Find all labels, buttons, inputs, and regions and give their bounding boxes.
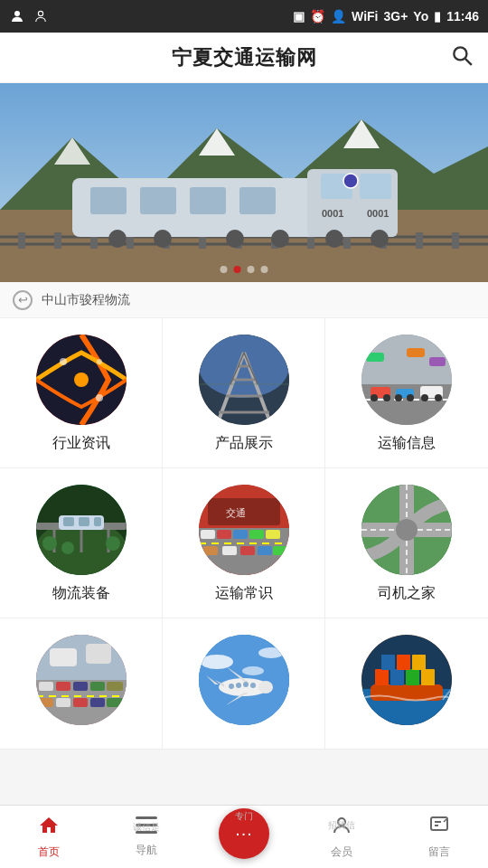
svg-rect-81	[79, 517, 89, 526]
dot-2[interactable]	[234, 266, 241, 273]
svg-rect-29	[190, 187, 226, 214]
header: 宁夏交通运输网	[0, 33, 488, 83]
search-button[interactable]	[450, 43, 474, 72]
svg-rect-155	[431, 817, 447, 830]
battery-icon: ▮	[434, 9, 441, 24]
grid-item-driver[interactable]: 司机之家	[325, 468, 488, 618]
nav-member[interactable]: 招聘信 会员	[293, 815, 390, 860]
svg-point-137	[250, 683, 256, 688]
banner[interactable]: 0001 0001	[0, 83, 488, 282]
svg-rect-32	[360, 174, 391, 199]
svg-rect-113	[39, 682, 53, 691]
home-label: 首页	[38, 844, 60, 860]
svg-rect-23	[416, 232, 423, 249]
svg-point-129	[258, 647, 284, 658]
dot-3[interactable]	[248, 266, 255, 273]
grid-item-industry[interactable]: 行业资讯	[0, 318, 163, 468]
time: 11:46	[446, 9, 479, 24]
wifi-icon: WiFi	[352, 9, 378, 24]
svg-line-3	[465, 58, 472, 64]
status-icon-person	[9, 8, 25, 24]
svg-point-139	[236, 683, 241, 688]
svg-text:0001: 0001	[367, 208, 389, 219]
status-icon-user	[33, 8, 49, 24]
message-icon	[428, 815, 450, 842]
nav-home[interactable]: 首页	[0, 815, 98, 860]
svg-point-128	[201, 655, 233, 669]
svg-rect-148	[381, 655, 395, 670]
svg-rect-98	[273, 546, 287, 555]
grid-item-logistics[interactable]: 物流装备	[0, 468, 163, 618]
message-svg	[428, 815, 450, 836]
svg-point-68	[421, 394, 428, 401]
svg-rect-94	[203, 546, 218, 555]
svg-point-140	[229, 684, 234, 689]
home-icon	[38, 815, 60, 842]
svg-rect-149	[397, 655, 410, 670]
status-right: ▣ ⏰ 👤 WiFi 3G+ Yo ▮ 11:46	[293, 9, 479, 24]
svg-rect-150	[412, 655, 426, 670]
svg-rect-12	[18, 232, 25, 249]
svg-point-44	[60, 358, 67, 365]
clock-icon: ⏰	[310, 9, 325, 24]
grid-item-7[interactable]	[0, 618, 163, 750]
svg-point-63	[383, 394, 390, 401]
svg-point-41	[343, 174, 358, 188]
message-label: 留言	[428, 844, 450, 860]
label-transport: 运输信息	[378, 434, 436, 453]
svg-point-43	[74, 373, 89, 387]
nav-navigation[interactable]: 诚信是 导航	[98, 816, 195, 858]
svg-rect-122	[107, 698, 123, 707]
svg-point-40	[371, 230, 389, 248]
svg-rect-124	[50, 648, 77, 666]
grid-item-8[interactable]	[163, 618, 325, 750]
carrier-icon: Yo	[413, 9, 428, 24]
circle-8	[199, 635, 289, 725]
svg-text:0001: 0001	[322, 208, 343, 219]
center-action-button[interactable]: ···	[219, 808, 269, 859]
svg-rect-24	[452, 232, 459, 249]
circle-knowledge: 交通	[199, 485, 289, 575]
svg-point-69	[435, 394, 442, 401]
svg-point-2	[454, 47, 466, 60]
grid-item-knowledge[interactable]: 交通 运输常识	[163, 468, 325, 618]
svg-rect-96	[240, 546, 255, 555]
driver-image	[361, 485, 452, 575]
dot-1[interactable]	[221, 266, 228, 273]
svg-rect-93	[266, 530, 280, 539]
svg-rect-144	[375, 669, 389, 685]
circle-industry	[36, 335, 127, 425]
nav-center[interactable]: 专门 ···	[195, 808, 293, 866]
svg-rect-116	[90, 682, 105, 691]
svg-point-0	[14, 11, 20, 16]
grid-item-transport[interactable]: 运输信息	[325, 318, 488, 468]
svg-point-85	[106, 536, 120, 551]
svg-rect-115	[73, 682, 88, 691]
svg-rect-146	[406, 669, 419, 685]
svg-point-65	[395, 394, 402, 401]
ticker-text: 中山市骏程物流	[42, 292, 130, 308]
grid-item-product[interactable]: 产品展示	[163, 318, 325, 468]
dot-4[interactable]	[261, 266, 268, 273]
image-8	[199, 635, 289, 725]
svg-rect-89	[201, 530, 215, 539]
svg-rect-92	[249, 530, 264, 539]
svg-rect-71	[407, 348, 425, 357]
svg-rect-125	[86, 644, 111, 664]
svg-point-132	[258, 681, 273, 693]
center-dots: ···	[235, 823, 253, 844]
svg-rect-95	[222, 546, 237, 555]
app-title: 宁夏交通运输网	[172, 44, 317, 71]
bottom-nav: 首页 诚信是 导航 专门 ··· 招聘信 会员	[0, 805, 488, 868]
circle-9	[361, 635, 452, 725]
banner-image: 0001 0001	[0, 83, 488, 282]
image-7	[36, 635, 127, 725]
circle-product	[199, 335, 289, 425]
grid-item-9[interactable]	[325, 618, 488, 750]
svg-point-138	[243, 682, 249, 687]
svg-rect-121	[90, 698, 105, 707]
label-logistics: 物流装备	[52, 584, 110, 603]
nav-message[interactable]: 留言	[390, 815, 488, 860]
svg-rect-90	[217, 530, 231, 539]
image-9	[361, 635, 452, 725]
